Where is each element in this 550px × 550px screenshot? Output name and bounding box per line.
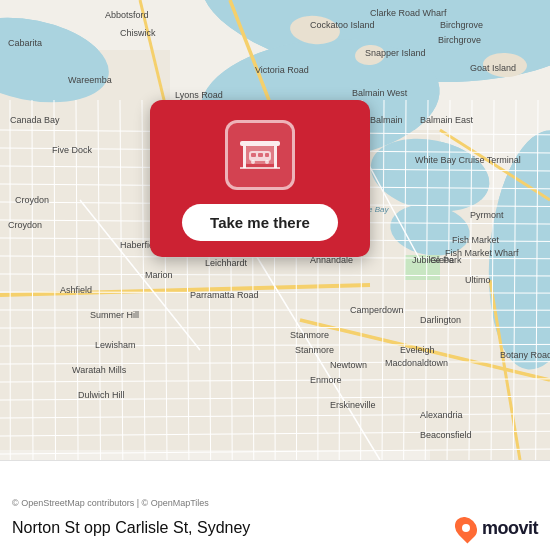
svg-rect-0 — [240, 141, 280, 146]
svg-point-5 — [251, 160, 255, 164]
bus-icon-wrapper — [225, 120, 295, 190]
map-container: AbbotsfordChiswickCabaritaWareembaCanada… — [0, 0, 550, 460]
copyright-text: © OpenStreetMap contributors | © OpenMap… — [12, 498, 538, 508]
bus-stop-icon — [236, 131, 284, 179]
svg-rect-2 — [274, 146, 277, 168]
route-card: Take me there — [150, 100, 370, 257]
moovit-pin-icon — [450, 512, 481, 543]
svg-rect-8 — [258, 153, 263, 157]
location-name: Norton St opp Carlisle St, Sydney — [12, 519, 250, 537]
svg-rect-7 — [251, 153, 256, 157]
location-row: Norton St opp Carlisle St, Sydney moovit — [12, 516, 538, 540]
svg-rect-9 — [265, 153, 269, 157]
take-me-there-button[interactable]: Take me there — [182, 204, 338, 241]
svg-point-6 — [265, 160, 269, 164]
moovit-logo: moovit — [456, 516, 538, 540]
svg-rect-1 — [243, 146, 246, 168]
moovit-brand-text: moovit — [482, 518, 538, 539]
moovit-pin-inner — [462, 524, 470, 532]
bottom-bar: © OpenStreetMap contributors | © OpenMap… — [0, 460, 550, 550]
